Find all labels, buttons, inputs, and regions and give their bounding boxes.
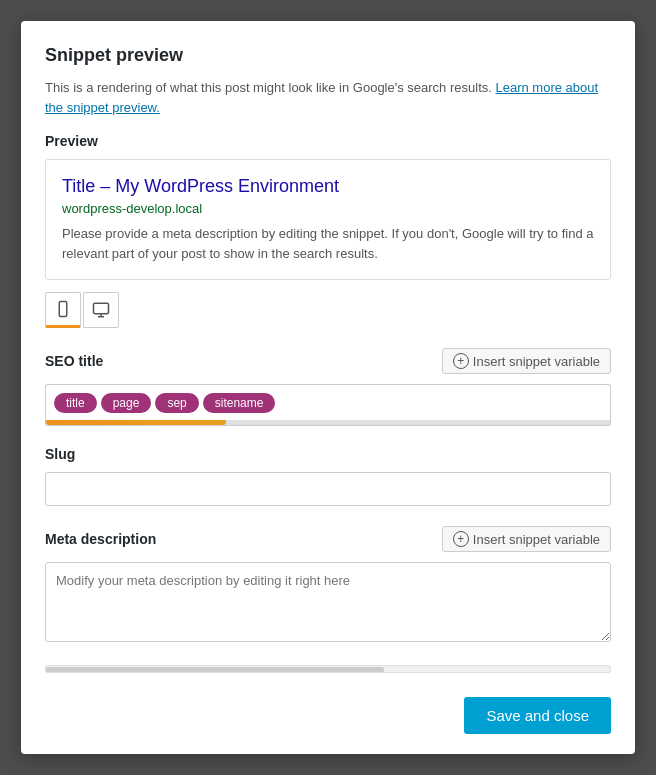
slug-header: Slug [45, 446, 611, 462]
tag-title[interactable]: title [54, 393, 97, 413]
seo-title-header: SEO title + Insert snippet variable [45, 348, 611, 374]
tag-sep[interactable]: sep [155, 393, 198, 413]
meta-description-textarea[interactable] [45, 562, 611, 642]
desktop-icon-button[interactable] [83, 292, 119, 328]
plus-circle-icon: + [453, 353, 469, 369]
slug-label: Slug [45, 446, 75, 462]
insert-snippet-variable-button-seo[interactable]: + Insert snippet variable [442, 348, 611, 374]
save-close-button[interactable]: Save and close [464, 697, 611, 734]
seo-title-progress-bar-container [45, 420, 611, 426]
scrollbar-thumb [46, 667, 384, 673]
plus-circle-icon-meta: + [453, 531, 469, 547]
snippet-preview-modal: Snippet preview This is a rendering of w… [21, 21, 635, 754]
slug-input[interactable] [45, 472, 611, 506]
tag-page[interactable]: page [101, 393, 152, 413]
preview-url: wordpress-develop.local [62, 201, 594, 216]
seo-title-progress-bar-fill [46, 420, 226, 425]
modal-title: Snippet preview [45, 45, 611, 66]
mobile-icon-button[interactable] [45, 292, 81, 328]
preview-label: Preview [45, 133, 611, 149]
preview-description: Please provide a meta description by edi… [62, 226, 593, 261]
insert-snippet-variable-button-meta[interactable]: + Insert snippet variable [442, 526, 611, 552]
scrollbar-row [45, 665, 611, 673]
preview-box: Title – My WordPress Environment wordpre… [45, 159, 611, 280]
meta-description-header: Meta description + Insert snippet variab… [45, 526, 611, 552]
modal-footer: Save and close [45, 681, 611, 754]
svg-rect-2 [94, 303, 109, 314]
seo-title-section: SEO title + Insert snippet variable titl… [45, 348, 611, 426]
slug-section: Slug [45, 446, 611, 506]
meta-description-section: Meta description + Insert snippet variab… [45, 526, 611, 645]
device-icons [45, 292, 611, 328]
svg-rect-0 [59, 302, 67, 317]
preview-title: Title – My WordPress Environment [62, 176, 594, 197]
modal-description: This is a rendering of what this post mi… [45, 78, 611, 117]
meta-description-label: Meta description [45, 531, 156, 547]
seo-title-label: SEO title [45, 353, 103, 369]
seo-title-tags-row: title page sep sitename [45, 384, 611, 420]
tag-sitename[interactable]: sitename [203, 393, 276, 413]
